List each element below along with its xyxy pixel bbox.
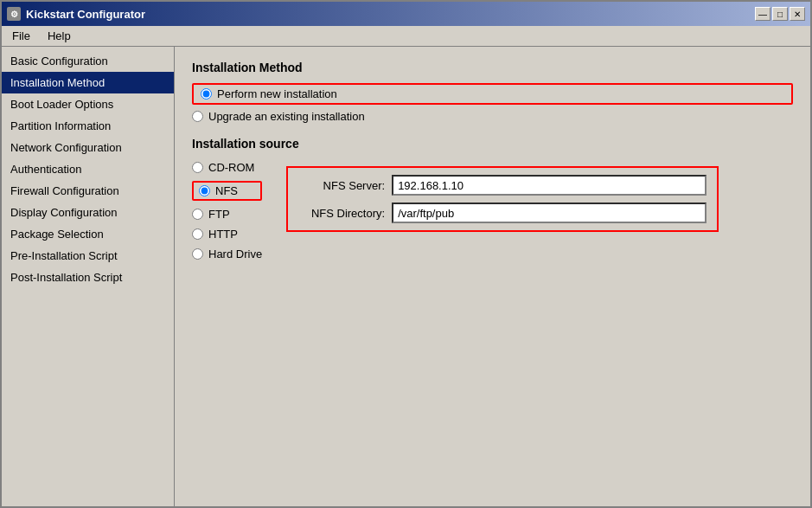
cdrom-radio[interactable] (192, 162, 203, 173)
installation-method-options: Perform new installation Upgrade an exis… (192, 83, 793, 123)
cdrom-label: CD-ROM (208, 161, 254, 174)
nfs-option[interactable]: NFS (192, 181, 262, 201)
sidebar-item-post-installation-script[interactable]: Post-Installation Script (2, 267, 174, 288)
right-panel: Installation Method Perform new installa… (175, 47, 810, 506)
sidebar-item-partition-information[interactable]: Partition Information (2, 115, 174, 137)
perform-new-radio[interactable] (201, 88, 212, 100)
sidebar-item-firewall-configuration[interactable]: Firewall Configuration (2, 180, 174, 202)
title-bar-buttons: — □ ✕ (755, 7, 805, 21)
menu-help[interactable]: Help (41, 28, 78, 44)
cdrom-option[interactable]: CD-ROM (192, 161, 262, 174)
http-option[interactable]: HTTP (192, 228, 262, 241)
upgrade-radio[interactable] (192, 111, 203, 122)
installation-method-title: Installation Method (192, 61, 793, 74)
main-content: Basic Configuration Installation Method … (2, 47, 810, 506)
nfs-directory-row: NFS Directory: (298, 203, 707, 223)
nfs-server-row: NFS Server: (298, 175, 707, 196)
title-bar-left: ⚙ Kickstart Configurator (7, 7, 145, 21)
maximize-button[interactable]: □ (772, 7, 788, 21)
installation-source-section: Installation source CD-ROM NFS (192, 137, 793, 260)
sidebar-item-package-selection[interactable]: Package Selection (2, 223, 174, 245)
window-title: Kickstart Configurator (26, 8, 145, 21)
hard-drive-radio[interactable] (192, 248, 203, 260)
http-label: HTTP (208, 228, 238, 241)
ftp-option[interactable]: FTP (192, 208, 262, 221)
nfs-server-label: NFS Server: (298, 179, 385, 192)
perform-new-label: Perform new installation (217, 87, 337, 100)
sidebar-item-pre-installation-script[interactable]: Pre-Installation Script (2, 245, 174, 267)
hard-drive-option[interactable]: Hard Drive (192, 248, 262, 260)
ftp-radio[interactable] (192, 209, 203, 220)
sidebar-item-installation-method[interactable]: Installation Method (2, 72, 174, 93)
main-window: ⚙ Kickstart Configurator — □ ✕ File Help… (0, 0, 812, 508)
nfs-fields: NFS Server: NFS Directory: (286, 166, 719, 232)
close-button[interactable]: ✕ (790, 7, 805, 21)
sidebar-item-boot-loader-options[interactable]: Boot Loader Options (2, 93, 174, 115)
nfs-server-input[interactable] (392, 175, 707, 196)
perform-new-installation-option[interactable]: Perform new installation (192, 83, 793, 105)
sidebar-item-network-configuration[interactable]: Network Configuration (2, 137, 174, 158)
ftp-label: FTP (208, 208, 230, 221)
nfs-label: NFS (215, 184, 238, 197)
sidebar-item-authentication[interactable]: Authentication (2, 158, 174, 180)
menu-bar: File Help (2, 26, 810, 47)
upgrade-option[interactable]: Upgrade an existing installation (192, 110, 793, 123)
source-row: CD-ROM NFS FTP HTTP (192, 159, 793, 260)
title-bar: ⚙ Kickstart Configurator — □ ✕ (2, 2, 810, 26)
installation-source-title: Installation source (192, 137, 793, 151)
window-icon: ⚙ (7, 7, 21, 21)
hard-drive-label: Hard Drive (208, 248, 262, 260)
nfs-directory-input[interactable] (392, 203, 707, 223)
http-radio[interactable] (192, 228, 203, 240)
menu-file[interactable]: File (5, 28, 37, 44)
sidebar: Basic Configuration Installation Method … (2, 47, 175, 506)
upgrade-label: Upgrade an existing installation (208, 110, 365, 123)
minimize-button[interactable]: — (755, 7, 770, 21)
sidebar-item-basic-configuration[interactable]: Basic Configuration (2, 50, 174, 72)
source-left: CD-ROM NFS FTP HTTP (192, 159, 262, 260)
sidebar-item-display-configuration[interactable]: Display Configuration (2, 202, 174, 223)
nfs-radio[interactable] (199, 185, 210, 196)
nfs-directory-label: NFS Directory: (298, 207, 385, 220)
